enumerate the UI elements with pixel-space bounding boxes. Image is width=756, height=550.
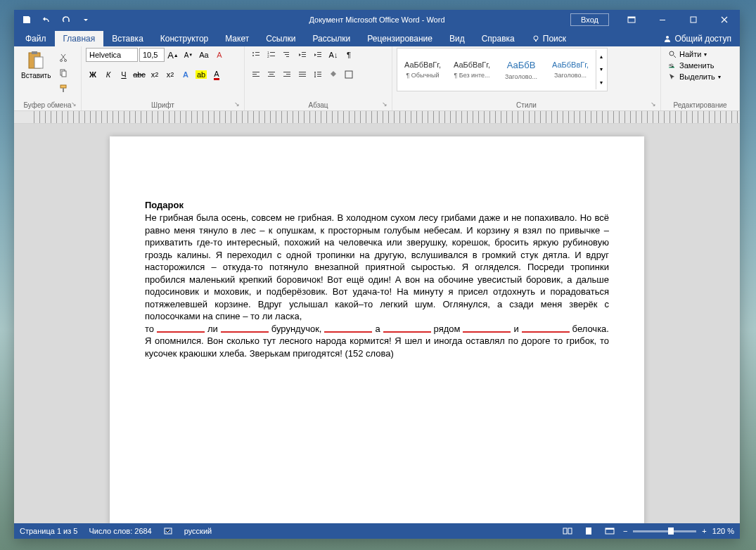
paste-icon xyxy=(25,49,47,72)
read-mode-icon[interactable] xyxy=(560,525,575,537)
shading-icon[interactable] xyxy=(326,68,340,82)
indent-increase-icon[interactable] xyxy=(311,48,325,62)
svg-rect-29 xyxy=(302,56,306,57)
tab-home[interactable]: Главная xyxy=(55,31,104,46)
svg-rect-21 xyxy=(270,52,275,53)
tab-review[interactable]: Рецензирование xyxy=(359,31,441,46)
clipboard-launcher-icon[interactable]: ↘ xyxy=(71,101,79,109)
superscript-icon[interactable]: x2 xyxy=(163,68,177,82)
svg-rect-33 xyxy=(252,72,260,72)
tab-insert[interactable]: Вставка xyxy=(103,31,152,46)
tab-view[interactable]: Вид xyxy=(441,31,473,46)
status-page[interactable]: Страница 1 из 5 xyxy=(20,527,77,535)
align-center-icon[interactable] xyxy=(264,68,278,82)
replace-button[interactable]: abЗаменить xyxy=(665,60,724,70)
font-size-input[interactable] xyxy=(139,48,165,62)
style-heading1[interactable]: АаБбВЗаголово... xyxy=(497,50,545,89)
style-heading2[interactable]: АаБбВвГг,Заголово... xyxy=(546,50,594,89)
replace-icon: ab xyxy=(668,61,677,70)
tab-search[interactable]: Поиск xyxy=(523,31,575,46)
subscript-icon[interactable]: x2 xyxy=(148,68,162,82)
group-editing: Найти▾ abЗаменить Выделить▾ Редактирован… xyxy=(661,46,740,110)
tab-design[interactable]: Конструктор xyxy=(152,31,217,46)
styles-more-icon[interactable]: ▴▾▾ xyxy=(596,50,606,89)
doc-body[interactable]: Не грибная была осень, совсем не грибная… xyxy=(145,212,609,360)
svg-rect-8 xyxy=(32,51,37,54)
zoom-in-icon[interactable]: + xyxy=(702,527,706,535)
login-button[interactable]: Вход xyxy=(570,13,609,26)
styles-gallery[interactable]: АаБбВвГг,¶ Обычный АаБбВвГг,¶ Без инте..… xyxy=(397,48,608,91)
svg-rect-34 xyxy=(252,74,257,75)
tab-help[interactable]: Справка xyxy=(473,31,523,46)
group-label: Абзац xyxy=(245,101,392,109)
format-painter-icon[interactable] xyxy=(56,82,70,96)
ribbon-display-icon[interactable] xyxy=(616,10,647,30)
font-name-input[interactable] xyxy=(86,48,138,62)
styles-launcher-icon[interactable]: ↘ xyxy=(651,101,659,109)
status-language[interactable]: русский xyxy=(184,527,212,535)
tab-file[interactable]: Файл xyxy=(17,31,55,46)
show-marks-icon[interactable]: ¶ xyxy=(342,48,356,62)
paste-button[interactable]: Вставить xyxy=(18,48,53,81)
change-case-icon[interactable]: Aa xyxy=(197,48,211,62)
minimize-icon[interactable] xyxy=(647,10,678,30)
ribbon-tabs: Файл Главная Вставка Конструктор Макет С… xyxy=(14,30,740,46)
bold-button[interactable]: Ж xyxy=(86,68,100,82)
strike-button[interactable]: abc xyxy=(132,68,146,82)
clear-format-icon[interactable]: A xyxy=(212,48,226,62)
save-icon[interactable] xyxy=(20,13,34,27)
document-area[interactable]: Подарок Не грибная была осень, совсем не… xyxy=(14,124,740,523)
svg-rect-44 xyxy=(299,76,306,77)
font-launcher-icon[interactable]: ↘ xyxy=(234,101,243,109)
svg-rect-1 xyxy=(628,17,635,18)
copy-icon[interactable] xyxy=(56,66,70,80)
qat-dropdown-icon[interactable] xyxy=(79,13,93,27)
status-proofing-icon[interactable] xyxy=(163,526,173,536)
paragraph-launcher-icon[interactable]: ↘ xyxy=(382,101,390,109)
italic-button[interactable]: К xyxy=(101,68,115,82)
zoom-out-icon[interactable]: − xyxy=(623,527,627,535)
svg-rect-2 xyxy=(660,20,665,20)
status-words[interactable]: Число слов: 2684 xyxy=(89,527,151,535)
justify-icon[interactable] xyxy=(295,68,309,82)
svg-rect-45 xyxy=(317,72,321,72)
undo-icon[interactable] xyxy=(39,13,53,27)
font-color-icon[interactable]: A xyxy=(210,68,224,82)
redo-icon[interactable] xyxy=(59,13,73,27)
multilevel-icon[interactable] xyxy=(280,48,294,62)
web-layout-icon[interactable] xyxy=(602,525,617,537)
zoom-level[interactable]: 120 % xyxy=(712,527,734,535)
horizontal-ruler[interactable] xyxy=(14,111,740,124)
style-normal[interactable]: АаБбВвГг,¶ Обычный xyxy=(399,50,447,89)
print-layout-icon[interactable] xyxy=(581,525,596,537)
zoom-slider[interactable] xyxy=(633,530,696,532)
underline-button[interactable]: Ч xyxy=(117,68,131,82)
grow-font-icon[interactable]: A▲ xyxy=(166,48,180,62)
line-spacing-icon[interactable] xyxy=(311,68,325,82)
document-page[interactable]: Подарок Не грибная была осень, совсем не… xyxy=(110,136,644,523)
sort-icon[interactable]: A↓ xyxy=(326,48,340,62)
tab-layout[interactable]: Макет xyxy=(217,31,257,46)
text-effects-icon[interactable]: A xyxy=(179,68,193,82)
align-left-icon[interactable] xyxy=(249,68,263,82)
highlight-icon[interactable]: ab xyxy=(194,68,208,82)
align-right-icon[interactable] xyxy=(280,68,294,82)
svg-rect-46 xyxy=(317,74,321,75)
maximize-icon[interactable] xyxy=(678,10,709,30)
doc-heading[interactable]: Подарок xyxy=(145,200,609,210)
svg-rect-15 xyxy=(63,88,64,92)
borders-icon[interactable] xyxy=(342,68,356,82)
tab-mailings[interactable]: Рассылки xyxy=(304,31,359,46)
find-button[interactable]: Найти▾ xyxy=(665,49,724,59)
share-button[interactable]: Общий доступ xyxy=(655,31,740,46)
style-nospacing[interactable]: АаБбВвГг,¶ Без инте... xyxy=(448,50,496,89)
numbering-icon[interactable]: 12 xyxy=(264,48,278,62)
tab-references[interactable]: Ссылки xyxy=(257,31,304,46)
indent-decrease-icon[interactable] xyxy=(295,48,309,62)
select-button[interactable]: Выделить▾ xyxy=(665,72,724,82)
bullets-icon[interactable] xyxy=(249,48,263,62)
svg-rect-48 xyxy=(345,71,352,78)
cut-icon[interactable] xyxy=(56,51,70,65)
shrink-font-icon[interactable]: A▼ xyxy=(181,48,196,62)
close-icon[interactable] xyxy=(709,10,740,30)
